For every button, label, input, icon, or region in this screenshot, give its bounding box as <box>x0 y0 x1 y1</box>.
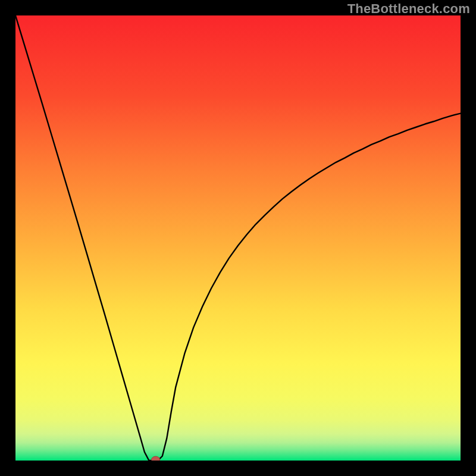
bottleneck-chart <box>15 15 461 461</box>
minimum-marker <box>152 456 160 461</box>
chart-frame: TheBottleneck.com <box>0 0 476 476</box>
watermark-text: TheBottleneck.com <box>347 1 470 17</box>
